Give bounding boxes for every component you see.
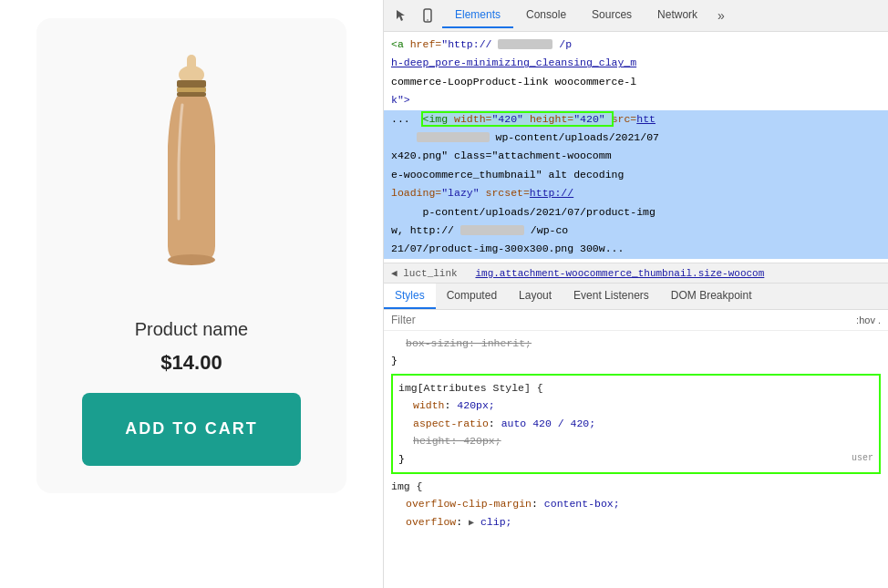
- filter-hov: :hov .: [856, 315, 881, 325]
- css-prop-overflow-clip: overflow-clip-margin: content-box;: [391, 495, 881, 513]
- svg-rect-4: [177, 92, 206, 97]
- product-price: $14.00: [160, 351, 222, 375]
- html-source: <a href="http:// /p h-deep_pore-minimizi…: [384, 32, 888, 263]
- breadcrumb-bar: ◀ luct_link img.attachment-woocommerce_t…: [384, 263, 888, 284]
- breadcrumb-element[interactable]: img.attachment-woocommerce_thumbnail.siz…: [475, 268, 764, 279]
- css-rule-strikethrough: box-sizing: inherit;: [391, 335, 881, 353]
- styles-tabs: Styles Computed Layout Event Listeners D…: [384, 284, 888, 310]
- svg-rect-2: [177, 80, 206, 88]
- html-line-loading: loading="lazy" srcset=http://: [384, 184, 888, 202]
- cursor-icon[interactable]: [391, 5, 413, 26]
- css-closing-brace2: } user: [398, 450, 873, 469]
- tab-dom-breakpoints[interactable]: DOM Breakpoint: [660, 284, 763, 309]
- html-line-class: commerce-LoopProduct-link woocommerce-l: [384, 73, 888, 91]
- product-card: Product name $14.00 ADD TO CART: [36, 18, 346, 493]
- product-panel: Product name $14.00 ADD TO CART: [0, 0, 383, 588]
- elements-content: <a href="http:// /p h-deep_pore-minimizi…: [384, 32, 888, 588]
- css-selector-img2: img {: [391, 478, 881, 496]
- tab-elements[interactable]: Elements: [442, 3, 513, 28]
- tab-console[interactable]: Console: [513, 3, 579, 28]
- tab-styles[interactable]: Styles: [384, 284, 436, 309]
- css-prop-overflow: overflow: ▶ clip;: [391, 513, 881, 531]
- tab-sources[interactable]: Sources: [579, 3, 645, 28]
- mobile-icon[interactable]: [417, 5, 439, 26]
- css-rules: box-sizing: inherit; } img[Attributes St…: [384, 331, 888, 588]
- html-line-pcontent: p-content/uploads/2021/07/product-img: [384, 203, 888, 222]
- tab-network[interactable]: Network: [645, 3, 710, 28]
- devtools-toolbar: Elements Console Sources Network »: [384, 0, 888, 32]
- filter-bar: :hov .: [384, 310, 888, 331]
- ellipsis: ...: [391, 113, 410, 125]
- breadcrumb-prefix: ◀ luct_link: [391, 268, 458, 279]
- filter-input[interactable]: [391, 314, 852, 326]
- img-attributes-style-block: img[Attributes Style] { width: 420px; as…: [391, 374, 881, 474]
- user-label: user: [852, 450, 873, 466]
- css-closing-brace1: }: [391, 352, 881, 370]
- html-line-ecommerce: e-woocommerce_thumbnail" alt decoding: [384, 166, 888, 184]
- css-prop-width: width: 420px;: [398, 397, 873, 415]
- css-prop-height: height: 420px;: [398, 432, 873, 450]
- img-tag-highlight: <img width="420" height="420": [423, 113, 612, 125]
- product-name: Product name: [135, 319, 249, 340]
- html-line-img[interactable]: ... <img width="420" height="420" src=ht…: [384, 110, 888, 129]
- html-line-wpcontent: wp-content/uploads/2021/07: [384, 129, 888, 147]
- html-line-300: 21/07/product-img-300x300.png 300w...: [384, 240, 888, 258]
- devtools-panel: Elements Console Sources Network » <a hr…: [383, 0, 888, 588]
- product-image: [128, 55, 255, 292]
- html-line-href2: h-deep_pore-minimizing_cleansing_clay_m: [384, 54, 888, 72]
- tab-event-listeners[interactable]: Event Listeners: [563, 284, 660, 309]
- tab-layout[interactable]: Layout: [508, 284, 563, 309]
- html-line-close-a: k">: [384, 91, 888, 109]
- html-line-anchor: <a href="http:// /p: [384, 36, 888, 54]
- css-selector-img-attr: img[Attributes Style] {: [398, 379, 873, 397]
- html-line-png: x420.png" class="attachment-woocomm: [384, 147, 888, 165]
- devtools-main-tabs: Elements Console Sources Network »: [442, 3, 732, 28]
- src-link[interactable]: htt: [636, 113, 656, 125]
- tabs-more[interactable]: »: [710, 3, 732, 28]
- product-image-container: [91, 46, 292, 301]
- tab-computed[interactable]: Computed: [436, 284, 508, 309]
- href-link[interactable]: h-deep_pore-minimizing_cleansing_clay_m: [391, 57, 636, 68]
- add-to-cart-button[interactable]: ADD TO CART: [82, 393, 301, 466]
- svg-point-7: [427, 19, 429, 21]
- css-prop-aspect-ratio: aspect-ratio: auto 420 / 420;: [398, 415, 873, 433]
- svg-rect-3: [177, 88, 206, 92]
- srcset-link[interactable]: http://: [530, 187, 573, 199]
- svg-point-5: [168, 254, 215, 265]
- html-line-w: w, http:// /wp-co: [384, 222, 888, 240]
